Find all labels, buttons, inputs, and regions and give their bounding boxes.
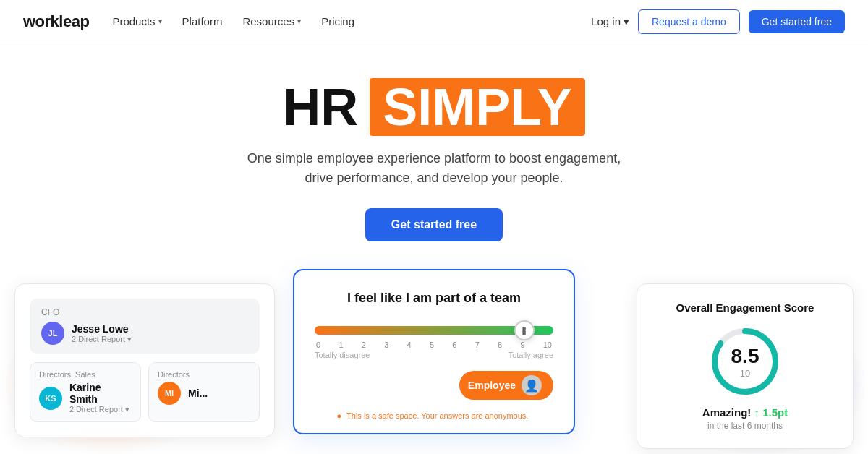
engagement-total: 10 (740, 368, 750, 379)
survey-scale[interactable]: || (315, 326, 553, 335)
get-started-nav-button[interactable]: Get started free (749, 10, 845, 33)
products-caret-icon: ▾ (158, 17, 162, 25)
navbar: workleap Products ▾ Platform Resources ▾… (0, 0, 868, 43)
karine-reports: 2 Direct Report ▾ (69, 405, 132, 414)
cards-section: CFO JL Jesse Lowe 2 Direct Report ▾ Dire… (0, 269, 868, 454)
scale-numbers: 012 345 678 910 (315, 340, 553, 349)
karine-name: Karine Smith (69, 382, 132, 405)
logo[interactable]: workleap (23, 12, 89, 31)
survey-card-wrapper: I feel like I am part of a team || 012 3… (293, 269, 575, 434)
nav-resources[interactable]: Resources ▾ (242, 15, 301, 27)
engagement-circle: 8.5 10 (709, 325, 781, 398)
login-caret-icon: ▾ (624, 15, 629, 28)
jesse-name: Jesse Lowe (72, 323, 132, 335)
hero-cta-button[interactable]: Get started free (365, 208, 503, 241)
karine-avatar: KS (39, 387, 62, 410)
karine-person: KS Karine Smith 2 Direct Report ▾ (39, 382, 132, 414)
nav-platform[interactable]: Platform (182, 15, 223, 27)
engagement-label: Amazing! ↑ 1.5pt in the last 6 months (655, 406, 835, 431)
sales-box: Directors, Sales KS Karine Smith 2 Direc… (30, 362, 141, 422)
engagement-period: in the last 6 months (707, 421, 783, 431)
survey-footer: ● This is a safe space. Your answers are… (315, 411, 553, 420)
safe-space-icon: ● (337, 411, 342, 420)
mi-avatar: MI (158, 382, 181, 405)
hero-section: HR SIMPLY One simple employee experience… (0, 43, 868, 276)
cfo-label: CFO (41, 307, 248, 317)
jesse-avatar: JL (41, 322, 64, 345)
survey-question: I feel like I am part of a team (315, 291, 553, 306)
hero-subtitle: One simple employee experience platform … (246, 149, 622, 188)
mi-person: MI Mi... (158, 382, 250, 405)
cfo-person: JL Jesse Lowe 2 Direct Report ▾ (41, 322, 248, 345)
jesse-reports: 2 Direct Report ▾ (72, 335, 132, 344)
engagement-card: Overall Engagement Score 8.5 10 Amazing!… (637, 283, 854, 449)
employee-label: Employee (468, 380, 516, 391)
amazing-label: Amazing! (702, 406, 752, 419)
org-row: Directors, Sales KS Karine Smith 2 Direc… (30, 362, 260, 422)
nav-links: Products ▾ Platform Resources ▾ Pricing (112, 15, 354, 27)
mi-name: Mi... (188, 387, 208, 399)
scale-labels: Totally disagree Totally agree (315, 351, 553, 359)
label-disagree: Totally disagree (315, 351, 370, 359)
employee-badge: Employee 👤 (459, 371, 553, 400)
sales-title: Directors, Sales (39, 370, 132, 379)
nav-pricing[interactable]: Pricing (321, 15, 354, 27)
engagement-change: ↑ 1.5pt (754, 406, 788, 419)
directors-box: Directors MI Mi... (148, 362, 260, 422)
nav-right: Log in ▾ Request a demo Get started free (591, 9, 845, 34)
request-demo-button[interactable]: Request a demo (638, 9, 740, 34)
scale-thumb[interactable]: || (514, 320, 535, 340)
cfo-box: CFO JL Jesse Lowe 2 Direct Report ▾ (30, 299, 260, 354)
survey-card: I feel like I am part of a team || 012 3… (293, 269, 575, 434)
nav-left: workleap Products ▾ Platform Resources ▾… (23, 12, 354, 31)
engagement-score: 8.5 (731, 345, 760, 368)
engagement-title: Overall Engagement Score (655, 301, 835, 314)
resources-caret-icon: ▾ (297, 17, 301, 25)
hero-highlight: SIMPLY (370, 78, 584, 136)
engagement-circle-wrap: 8.5 10 (655, 325, 835, 398)
scale-track: || (315, 326, 553, 335)
directors-title: Directors (158, 370, 250, 379)
login-button[interactable]: Log in ▾ (591, 15, 629, 28)
hero-title: HR SIMPLY (283, 78, 584, 136)
nav-products[interactable]: Products ▾ (112, 15, 161, 27)
employee-avatar: 👤 (522, 375, 542, 395)
label-agree: Totally agree (509, 351, 553, 359)
org-chart-card: CFO JL Jesse Lowe 2 Direct Report ▾ Dire… (14, 283, 275, 437)
